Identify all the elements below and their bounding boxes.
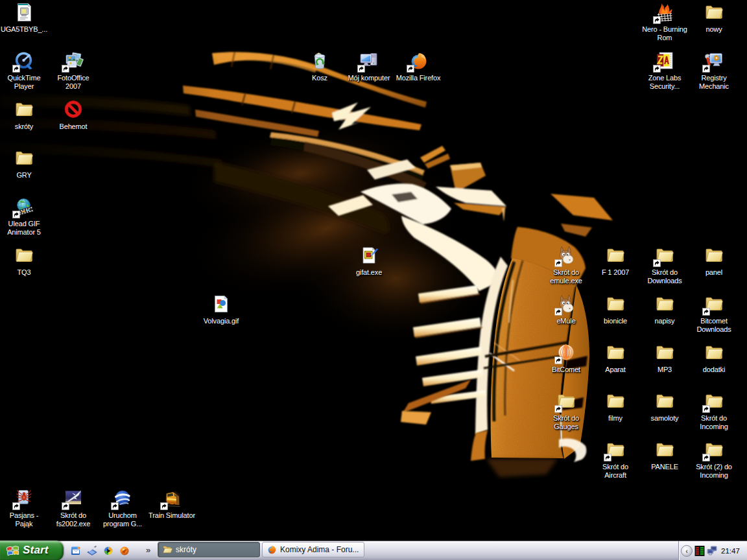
dodatki-icon <box>704 342 724 363</box>
behemot-icon <box>63 99 84 120</box>
shortcut-arrow-overlay-icon <box>702 65 710 73</box>
icon-label-line: GRY <box>0 171 49 180</box>
shortcut-arrow-overlay-icon <box>653 65 661 73</box>
desktop-icon-skrot-fs2002[interactable]: Skrót dofs2002.exe <box>49 488 98 528</box>
icon-label-line: napisy <box>640 317 689 325</box>
desktop-icon-uga5tbyb[interactable]: UGA5TBYB_... <box>0 2 49 34</box>
desktop-icon-skrot-aircraft[interactable]: Skrót doAircraft <box>591 439 640 480</box>
desktop-icon-registry-mechanic[interactable]: RegistryMechanic <box>689 51 739 91</box>
desktop-icon-ulead[interactable]: Ulead GIFAnimator 5 <box>0 196 49 237</box>
desktop-icon-kosz[interactable]: Kosz <box>295 51 344 82</box>
task-button-firefox[interactable]: Komixy Adima - Foru... <box>262 542 364 557</box>
mozilla-firefox-icon <box>408 51 429 71</box>
show-desktop-glyph-icon <box>87 546 97 556</box>
folder-glyph-icon <box>654 294 675 314</box>
desktop-icon-bitcomet[interactable]: BitComet <box>541 342 591 374</box>
desktop-icon-skrot-downloads[interactable]: Skrót doDownloads <box>640 245 689 285</box>
gry-icon <box>14 148 34 169</box>
icon-label: Volvagia.gif <box>196 317 246 325</box>
folder-open-icon <box>162 544 172 555</box>
tray-network-icon[interactable] <box>707 546 717 556</box>
desktop-icon-train-simulator[interactable]: Train Simulator <box>147 488 196 520</box>
desktop-icon-quicktime[interactable]: QuickTimePlayer <box>0 51 49 91</box>
desktop-icon-zonelabs[interactable]: Zone LabsSecurity... <box>640 51 689 91</box>
start-button[interactable]: Start <box>0 541 64 560</box>
folder-glyph-icon <box>605 294 626 314</box>
desktop-icon-mozilla-firefox[interactable]: Mozilla Firefox <box>394 51 443 82</box>
desktop-icon-pasjans[interactable]: Pasjans -Pająk <box>0 488 49 528</box>
napisy-icon <box>654 294 675 314</box>
quick-launch-media-player-icon[interactable] <box>102 544 115 557</box>
desktop-icon-behemot[interactable]: Behemot <box>49 99 98 131</box>
tray-clock[interactable]: 21:47 <box>721 547 740 555</box>
desktop-icon-skrot-emule[interactable]: Skrót doemule.exe <box>541 245 591 285</box>
desktop-icon-skrot2-incoming[interactable]: Skrót (2) doIncoming <box>689 439 739 480</box>
desktop-icon-f1-2007[interactable]: F 1 2007 <box>591 245 640 277</box>
desktop-icon-aparat[interactable]: Aparat <box>591 342 640 374</box>
icon-label-line: Player <box>0 82 49 91</box>
desktop-icon-skrot-gauges[interactable]: Skrót doGauges <box>541 391 591 431</box>
network-glyph-icon <box>707 546 717 556</box>
icon-label-line: Mój komputer <box>344 74 394 82</box>
icon-label-line: Aparat <box>591 366 640 374</box>
recycle-glyph-icon <box>309 51 330 71</box>
gifat-glyph-icon <box>359 245 379 266</box>
icon-label-line: eMule <box>541 317 591 325</box>
desktop-icon-samoloty[interactable]: samoloty <box>640 391 689 423</box>
desktop-icon-emule[interactable]: eMule <box>541 294 591 325</box>
desktop-icon-napisy[interactable]: napisy <box>640 294 689 325</box>
tray-collapse-chevron[interactable]: ‹ <box>681 545 693 557</box>
desktop-icon-tq3[interactable]: TQ3 <box>0 245 49 277</box>
icon-label: TQ3 <box>0 268 49 277</box>
icon-label: GRY <box>0 171 49 180</box>
desktop-icon-bionicle[interactable]: bionicle <box>591 294 640 325</box>
desktop-icon-panel[interactable]: panel <box>689 245 739 277</box>
icon-label: gifat.exe <box>344 268 394 277</box>
desktop-icon-skroty[interactable]: skróty <box>0 99 49 131</box>
desktop-icon-mp3[interactable]: MP3 <box>640 342 689 374</box>
desktop-icon-nowy[interactable]: nowy <box>689 2 739 34</box>
samoloty-icon <box>654 391 675 412</box>
desktop-icon-dodatki[interactable]: dodatki <box>689 342 739 374</box>
icon-label: Pasjans -Pająk <box>0 511 49 528</box>
quick-launch-winamp-icon[interactable] <box>118 544 131 557</box>
desktop-icon-fotooffice[interactable]: FotoOffice2007 <box>49 51 98 91</box>
desktop-icon-gry[interactable]: GRY <box>0 148 49 180</box>
tray-traffic-meter-icon[interactable] <box>694 546 705 556</box>
desktop-icon-moj-komputer[interactable]: Mój komputer <box>344 51 394 82</box>
icon-label: Train Simulator <box>147 511 196 520</box>
skrot-incoming-icon <box>704 391 724 412</box>
quick-launch-show-desktop-icon[interactable] <box>86 544 99 557</box>
desktop-icon-panele[interactable]: PANELE <box>640 439 689 471</box>
icon-label-line: F 1 2007 <box>591 268 640 277</box>
icon-label: Skrót doAircraft <box>591 463 640 480</box>
desktop-icon-volvagia[interactable]: Volvagia.gif <box>196 294 246 325</box>
icon-label-line: Skrót (2) do <box>689 463 739 471</box>
quick-launch-outlook-express-icon[interactable] <box>69 544 82 557</box>
shortcut-arrow-overlay-icon <box>554 405 562 413</box>
traffic-meter-glyph-icon <box>694 546 705 556</box>
icon-label-line: Pasjans - <box>0 511 49 520</box>
icon-label-line: filmy <box>591 414 640 423</box>
desktop-icon-uruchom-g[interactable]: Uruchomprogram G... <box>98 488 147 528</box>
icon-label-line: Rom <box>640 34 689 42</box>
desktop-icon-filmy[interactable]: filmy <box>591 391 640 423</box>
zonelabs-icon <box>654 51 675 71</box>
icon-label-line: Train Simulator <box>147 511 196 520</box>
desktop-icon-nero[interactable]: Nero - BurningRom <box>640 2 689 42</box>
shortcut-arrow-overlay-icon <box>62 65 69 73</box>
skroty-icon <box>14 99 34 120</box>
desktop-icon-bitcomet-downloads[interactable]: BitcometDownloads <box>689 294 739 334</box>
fotooffice-icon <box>63 51 84 71</box>
folder-glyph-icon <box>704 342 724 363</box>
icon-label: Skrót doIncoming <box>689 414 739 431</box>
task-button-skroty[interactable]: skróty <box>158 542 260 557</box>
icon-label-line: Mechanic <box>689 82 739 91</box>
desktop-icon-gifat[interactable]: gifat.exe <box>344 245 394 277</box>
icon-label-line: Skrót do <box>689 414 739 423</box>
desktop-icon-skrot-incoming[interactable]: Skrót doIncoming <box>689 391 739 431</box>
skrot2-incoming-icon <box>704 439 724 460</box>
icon-label-line: Ulead GIF <box>0 220 49 228</box>
quick-launch-overflow-chevron[interactable]: » <box>146 545 150 555</box>
icon-label: Nero - BurningRom <box>640 25 689 42</box>
